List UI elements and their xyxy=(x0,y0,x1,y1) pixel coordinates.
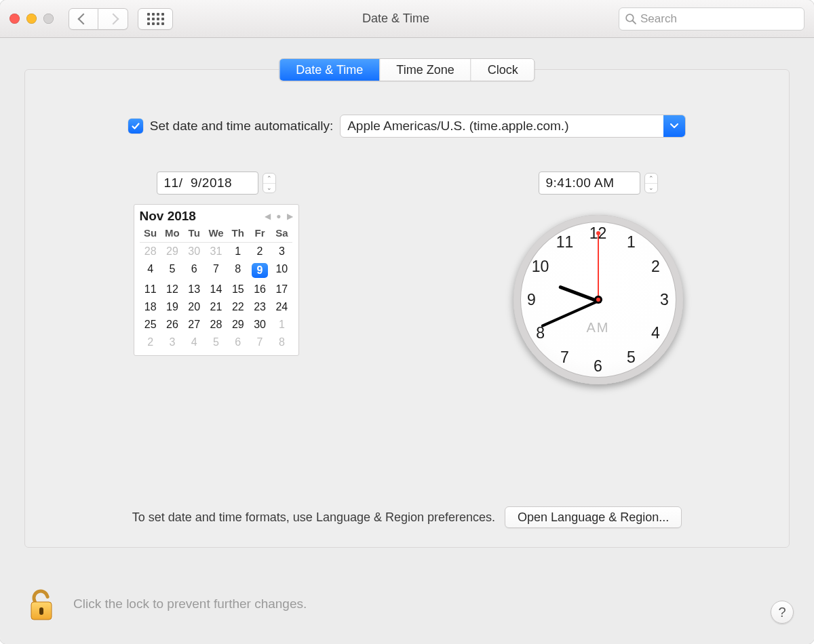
calendar-day[interactable]: 16 xyxy=(249,281,271,298)
calendar-day[interactable]: 14 xyxy=(205,281,227,298)
tab-clock[interactable]: Clock xyxy=(471,59,535,81)
clock-number: 12 xyxy=(589,224,607,243)
calendar-day[interactable]: 13 xyxy=(183,281,205,298)
calendar-day[interactable]: 2 xyxy=(140,334,161,351)
calendar-day[interactable]: 21 xyxy=(205,298,227,316)
clock-number: 3 xyxy=(660,291,669,309)
clock-number: 11 xyxy=(556,233,574,251)
calendar-next-icon[interactable]: ▶ xyxy=(287,212,293,221)
back-button[interactable] xyxy=(69,8,98,30)
calendar-day[interactable]: 1 xyxy=(271,316,292,334)
clock-number: 4 xyxy=(651,324,660,342)
hour-hand xyxy=(558,285,599,302)
calendar-day[interactable]: 10 xyxy=(271,260,292,281)
calendar-day[interactable]: 27 xyxy=(183,316,205,334)
clock-number: 7 xyxy=(560,348,569,366)
calendar-day[interactable]: 3 xyxy=(271,243,292,260)
show-all-button[interactable] xyxy=(138,8,173,30)
content-pane: Date & Time Time Zone Clock Set date and… xyxy=(24,69,790,548)
calendar-day[interactable]: 23 xyxy=(249,298,271,316)
svg-line-1 xyxy=(633,21,636,24)
calendar-weekday: We xyxy=(205,225,227,243)
minimize-window-button[interactable] xyxy=(26,14,37,24)
calendar-day[interactable]: 18 xyxy=(140,298,161,316)
close-window-button[interactable] xyxy=(9,14,20,24)
calendar-day[interactable]: 5 xyxy=(161,260,183,281)
window-controls xyxy=(9,14,54,24)
zoom-window-button[interactable] xyxy=(43,14,54,24)
calendar-weekday: Mo xyxy=(161,225,183,243)
calendar-grid: SuMoTuWeThFrSa28293031123456789101112131… xyxy=(140,225,293,351)
date-stepper[interactable]: ⌃⌄ xyxy=(263,173,276,193)
clock-number: 8 xyxy=(536,324,545,342)
help-button[interactable]: ? xyxy=(771,601,794,624)
footer-row: To set date and time formats, use Langua… xyxy=(25,506,789,528)
calendar-day[interactable]: 7 xyxy=(249,334,271,351)
calendar-day[interactable]: 11 xyxy=(140,281,161,298)
clock-ampm: AM xyxy=(587,320,610,336)
combo-arrow xyxy=(663,115,685,137)
calendar-weekday: Su xyxy=(140,225,161,243)
time-server-combo[interactable]: Apple Americas/U.S. (time.apple.com.) xyxy=(340,115,686,138)
calendar-day[interactable]: 9 xyxy=(249,260,271,281)
time-field[interactable]: 9:41:00 AM xyxy=(539,172,640,195)
auto-checkbox[interactable] xyxy=(128,119,143,134)
stepper-up-icon: ⌃ xyxy=(645,174,657,184)
time-server-value: Apple Americas/U.S. (time.apple.com.) xyxy=(347,119,568,134)
calendar-day[interactable]: 5 xyxy=(205,334,227,351)
calendar-day[interactable]: 6 xyxy=(227,334,249,351)
lock-icon[interactable] xyxy=(26,586,58,622)
calendar-day[interactable]: 22 xyxy=(227,298,249,316)
calendar-day[interactable]: 28 xyxy=(140,243,161,260)
calendar-day[interactable]: 8 xyxy=(227,260,249,281)
calendar-day[interactable]: 31 xyxy=(205,243,227,260)
calendar-day[interactable]: 19 xyxy=(161,298,183,316)
stepper-up-icon: ⌃ xyxy=(263,174,275,184)
calendar-day[interactable]: 30 xyxy=(249,316,271,334)
stepper-down-icon: ⌄ xyxy=(645,184,657,193)
calendar-day[interactable]: 15 xyxy=(227,281,249,298)
search-placeholder: Search xyxy=(640,12,677,26)
calendar-day[interactable]: 20 xyxy=(183,298,205,316)
open-language-region-button[interactable]: Open Language & Region... xyxy=(505,506,682,528)
forward-button[interactable] xyxy=(98,8,128,30)
search-field[interactable]: Search xyxy=(619,7,805,31)
prefs-window: Date & Time Search Date & Time Time Zone… xyxy=(0,0,814,644)
clock-number: 10 xyxy=(532,258,549,276)
calendar-weekday: Tu xyxy=(183,225,205,243)
calendar-day[interactable]: 24 xyxy=(271,298,292,316)
calendar-day[interactable]: 17 xyxy=(271,281,292,298)
calendar-today-icon[interactable]: ● xyxy=(276,212,281,221)
tab-time-zone[interactable]: Time Zone xyxy=(379,59,470,81)
calendar-day[interactable]: 28 xyxy=(205,316,227,334)
clock-number: 9 xyxy=(527,291,536,309)
calendar-day[interactable]: 29 xyxy=(161,243,183,260)
calendar[interactable]: Nov 2018 ◀ ● ▶ SuMoTuWeThFrSa28293031123… xyxy=(134,204,299,356)
calendar-day[interactable]: 8 xyxy=(271,334,292,351)
grid-icon xyxy=(147,13,164,25)
tab-bar: Date & Time Time Zone Clock xyxy=(279,58,535,81)
time-stepper[interactable]: ⌃⌄ xyxy=(644,173,658,193)
calendar-day[interactable]: 2 xyxy=(249,243,271,260)
clock-number: 5 xyxy=(627,348,636,366)
calendar-day[interactable]: 4 xyxy=(183,334,205,351)
analog-clock: AM 121234567891011 xyxy=(513,215,683,384)
calendar-day[interactable]: 7 xyxy=(205,260,227,281)
columns: 11/ 9/2018 ⌃⌄ Nov 2018 ◀ ● ▶ SuMoTuWeThF… xyxy=(25,172,789,479)
svg-rect-3 xyxy=(39,607,43,615)
calendar-day[interactable]: 30 xyxy=(183,243,205,260)
calendar-day[interactable]: 25 xyxy=(140,316,161,334)
date-field[interactable]: 11/ 9/2018 xyxy=(157,172,258,195)
chevron-left-icon xyxy=(78,13,90,24)
calendar-day[interactable]: 3 xyxy=(161,334,183,351)
chevron-right-icon xyxy=(107,13,119,24)
calendar-day[interactable]: 1 xyxy=(227,243,249,260)
calendar-day[interactable]: 29 xyxy=(227,316,249,334)
clock-number: 2 xyxy=(651,258,660,276)
calendar-day[interactable]: 12 xyxy=(161,281,183,298)
calendar-prev-icon[interactable]: ◀ xyxy=(265,212,271,221)
tab-date-time[interactable]: Date & Time xyxy=(279,59,379,81)
calendar-day[interactable]: 6 xyxy=(183,260,205,281)
calendar-day[interactable]: 26 xyxy=(161,316,183,334)
calendar-day[interactable]: 4 xyxy=(140,260,161,281)
